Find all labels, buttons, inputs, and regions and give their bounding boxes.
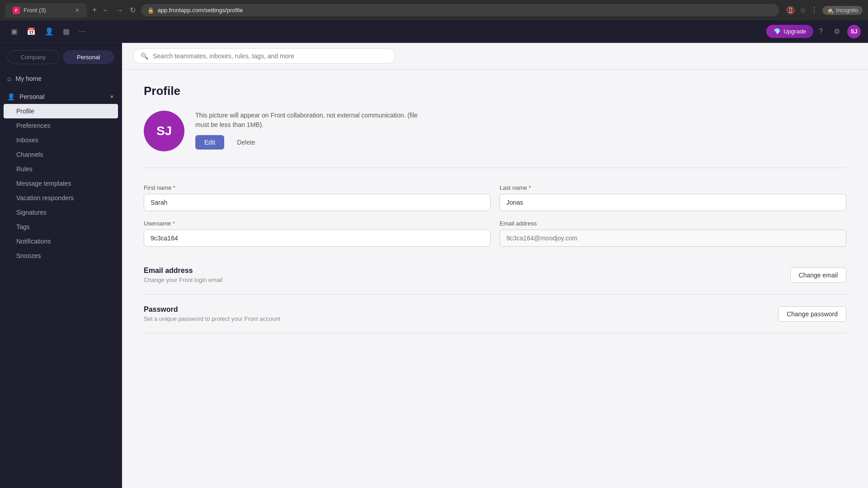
email-field-group: Email address — [500, 220, 846, 247]
browser-tab[interactable]: F Front (3) ✕ — [5, 3, 87, 18]
tab-title: Front (3) — [24, 7, 71, 14]
close-tab-icon[interactable]: ✕ — [75, 7, 80, 14]
last-name-group: Last name * — [500, 184, 846, 211]
last-name-label: Last name * — [500, 184, 846, 191]
incognito-icon: 🕵 — [827, 7, 834, 14]
picture-actions: Edit Delete — [195, 135, 430, 150]
more-icon[interactable]: ⋯ — [75, 23, 90, 39]
profile-picture-section: SJ This picture will appear on Front col… — [144, 111, 846, 168]
sidebar-item-profile[interactable]: Profile — [4, 104, 118, 118]
username-input[interactable] — [144, 230, 491, 247]
camera-off-icon: 📵 — [786, 6, 795, 14]
search-bar[interactable]: 🔍 — [133, 48, 395, 64]
username-label: Username * — [144, 220, 491, 227]
password-section-text: Password Set a unique password to protec… — [144, 305, 280, 322]
back-button[interactable]: ← — [101, 5, 112, 16]
change-password-button[interactable]: Change password — [778, 306, 846, 322]
username-required: * — [173, 220, 175, 227]
password-section-desc: Set a unique password to protect your Fr… — [144, 315, 280, 322]
lock-icon: 🔒 — [147, 7, 154, 14]
my-home-label: My home — [15, 75, 42, 82]
first-name-label: First name * — [144, 184, 491, 191]
new-tab-button[interactable]: + — [92, 5, 97, 15]
sidebar-item-vacation-responders[interactable]: Vacation responders — [0, 191, 122, 205]
app: ▣ 📅 👤 ▦ ⋯ 💎 Upgrade ? ⚙ SJ Company Perso… — [0, 20, 868, 488]
chevron-down-icon: ▼ — [109, 94, 114, 99]
password-section-header: Password Set a unique password to protec… — [144, 305, 846, 322]
analytics-icon[interactable]: ▦ — [59, 23, 73, 39]
first-name-group: First name * — [144, 184, 491, 211]
first-name-required: * — [173, 184, 175, 191]
inbox-icon[interactable]: ▣ — [7, 23, 21, 39]
sidebar-item-signatures[interactable]: Signatures — [0, 205, 122, 220]
calendar-icon[interactable]: 📅 — [23, 23, 39, 39]
browser-chrome: F Front (3) ✕ + ← → ↻ 🔒 app.frontapp.com… — [0, 0, 868, 20]
email-section-desc: Change your Front login email — [144, 277, 222, 283]
bookmark-icon[interactable]: ☆ — [800, 6, 806, 14]
username-group: Username * — [144, 220, 491, 247]
username-email-row: Username * Email address — [144, 220, 846, 247]
personal-toggle[interactable]: Personal — [63, 50, 115, 64]
home-icon: ⌂ — [7, 75, 11, 82]
content-body: Profile SJ This picture will appear on F… — [122, 70, 868, 348]
delete-picture-button[interactable]: Delete — [230, 135, 262, 150]
search-input[interactable] — [153, 52, 387, 60]
last-name-input[interactable] — [500, 194, 846, 211]
personal-section-label: Personal — [19, 93, 44, 100]
incognito-badge: 🕵 Incognito — [822, 6, 863, 15]
name-row: First name * Last name * — [144, 184, 846, 211]
refresh-button[interactable]: ↻ — [128, 4, 137, 16]
sidebar-item-preferences[interactable]: Preferences — [0, 118, 122, 133]
edit-picture-button[interactable]: Edit — [195, 135, 224, 150]
sidebar-toggle: Company Personal — [0, 50, 122, 71]
sidebar-item-inboxes[interactable]: Inboxes — [0, 133, 122, 147]
sidebar-item-notifications[interactable]: Notifications — [0, 234, 122, 249]
sidebar-item-snoozes[interactable]: Snoozes — [0, 249, 122, 263]
forward-button[interactable]: → — [114, 5, 125, 16]
sidebar-item-tags[interactable]: Tags — [0, 220, 122, 234]
page-title: Profile — [144, 84, 846, 98]
email-address-label: Email address — [500, 220, 846, 227]
change-email-button[interactable]: Change email — [790, 267, 846, 283]
address-bar-container[interactable]: 🔒 app.frontapp.com/settings/profile — [141, 4, 779, 16]
address-bar: app.frontapp.com/settings/profile — [158, 7, 243, 14]
first-name-input[interactable] — [144, 194, 491, 211]
sidebar: Company Personal ⌂ My home 👤 Personal ▼ … — [0, 43, 122, 488]
picture-description: This picture will appear on Front collab… — [195, 111, 430, 130]
sidebar-personal-section[interactable]: 👤 Personal ▼ — [0, 89, 122, 104]
sidebar-item-rules[interactable]: Rules — [0, 162, 122, 176]
app-toolbar: ▣ 📅 👤 ▦ ⋯ 💎 Upgrade ? ⚙ SJ — [0, 20, 868, 43]
contacts-icon[interactable]: 👤 — [41, 23, 57, 39]
email-address-input — [500, 230, 846, 247]
favicon: F — [13, 7, 20, 14]
content-header: 🔍 — [122, 43, 868, 70]
picture-info: This picture will appear on Front collab… — [195, 111, 430, 150]
settings-icon[interactable]: ⚙ — [830, 23, 844, 39]
email-section-header: Email address Change your Front login em… — [144, 267, 846, 283]
company-toggle[interactable]: Company — [7, 50, 59, 64]
last-name-required: * — [528, 184, 531, 191]
upgrade-button[interactable]: 💎 Upgrade — [766, 25, 813, 38]
password-section-title: Password — [144, 305, 280, 314]
main-layout: Company Personal ⌂ My home 👤 Personal ▼ … — [0, 43, 868, 488]
browser-menu-icon[interactable]: ⋮ — [811, 6, 818, 14]
sidebar-item-channels[interactable]: Channels — [0, 147, 122, 162]
user-avatar[interactable]: SJ — [847, 25, 861, 38]
email-section: Email address Change your Front login em… — [144, 256, 846, 295]
content: 🔍 Profile SJ This picture will appear on… — [122, 43, 868, 488]
password-section: Password Set a unique password to protec… — [144, 295, 846, 333]
nav-controls: ← → ↻ — [101, 4, 137, 16]
sidebar-item-message-templates[interactable]: Message templates — [0, 176, 122, 191]
email-section-title: Email address — [144, 267, 222, 275]
toolbar-right: ? ⚙ SJ — [815, 23, 861, 39]
email-section-text: Email address Change your Front login em… — [144, 267, 222, 283]
browser-actions: 📵 ☆ ⋮ 🕵 Incognito — [786, 6, 863, 15]
personal-section-icon: 👤 — [7, 93, 15, 100]
sidebar-home[interactable]: ⌂ My home — [0, 71, 122, 86]
search-icon: 🔍 — [141, 52, 148, 60]
diamond-icon: 💎 — [774, 28, 781, 35]
help-icon[interactable]: ? — [815, 24, 826, 39]
profile-avatar: SJ — [144, 111, 184, 151]
